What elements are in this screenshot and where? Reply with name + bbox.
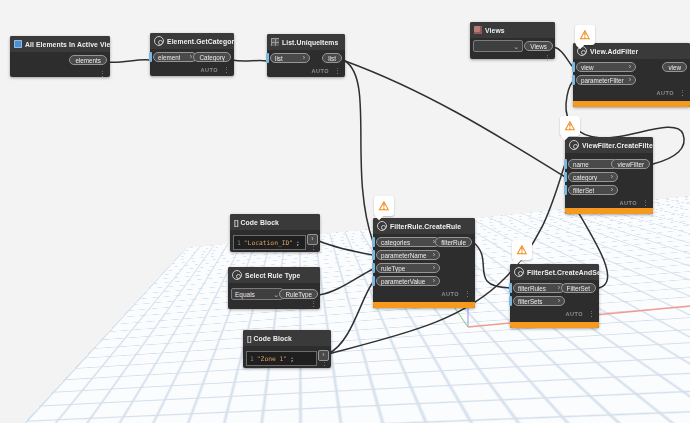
node-list-uniqueitems[interactable]: List.UniqueItems list › list AUTO⋮ [267, 34, 345, 77]
node-menu-icon[interactable]: ⋮ [310, 300, 317, 307]
wire-category-to-list[interactable] [232, 60, 267, 61]
node-menu-icon[interactable]: ⋮ [464, 290, 471, 297]
node-all-elements-in-active-view[interactable]: All Elements In Active View elements ⋮ [10, 36, 110, 77]
node-views[interactable]: Views ⌄ Views ⋮ [470, 22, 555, 59]
code-suffix: ; [290, 355, 294, 362]
chevron-right-icon: › [611, 174, 613, 180]
dynamo-canvas[interactable]: ⚠ ⚠ ⚠ ⚠ All Elements In Active View elem… [0, 0, 690, 423]
input-port-filterrules[interactable]: filterRules › [513, 283, 565, 293]
views-dropdown[interactable]: ⌄ [473, 40, 523, 52]
code-editor[interactable]: 1 "Zone 1" ; [246, 351, 317, 366]
output-port-filterset[interactable]: FilterSet [561, 283, 596, 293]
lacing-auto-label[interactable]: AUTO [312, 68, 329, 74]
rule-type-dropdown-value: Equals [235, 291, 255, 298]
wire-ruletype-to-ruletype[interactable] [319, 269, 373, 295]
output-port-view[interactable]: view [662, 62, 687, 72]
output-port-list[interactable]: list [322, 53, 342, 63]
connected-port-tab [266, 53, 269, 63]
input-port-filterset[interactable]: filterSet › [568, 185, 618, 195]
node-element-getcategory[interactable]: Element.GetCategory element › Category A… [150, 33, 234, 76]
lacing-auto-label[interactable]: AUTO [442, 291, 459, 297]
function-icon [377, 221, 387, 231]
input-port-parametername[interactable]: parameterName › [376, 250, 440, 260]
node-title: Code Block [254, 335, 292, 342]
output-port-filterrule[interactable]: filterRule [435, 237, 472, 247]
warning-state-bar [573, 101, 690, 107]
chevron-right-icon: › [303, 55, 305, 61]
views-icon [474, 26, 482, 34]
list-icon [271, 38, 279, 46]
warning-state-bar [565, 208, 653, 214]
input-port-element[interactable]: element › [153, 52, 197, 62]
chevron-down-icon: ⌄ [513, 44, 519, 49]
code-editor[interactable]: 1 "Location_ID" ; [233, 235, 306, 250]
input-port-list[interactable]: list › [270, 53, 310, 63]
node-viewfilter-createfilter[interactable]: ViewFilter.CreateFilter name › category … [565, 137, 653, 214]
connected-port-tab [372, 263, 375, 273]
wire-views-to-view[interactable] [554, 47, 572, 66]
lacing-auto-label[interactable]: AUTO [620, 200, 637, 206]
node-filterrule-createrule[interactable]: FilterRule.CreateRule categories › param… [373, 218, 475, 308]
output-port-ruletype[interactable]: RuleType [279, 289, 318, 299]
line-number: 1 [237, 239, 241, 246]
code-suffix: ; [296, 239, 300, 246]
wire-filterrule-to-filterrules[interactable] [473, 242, 510, 288]
node-menu-icon[interactable]: ⋮ [223, 66, 230, 73]
output-port-viewfilter[interactable]: viewFilter [611, 159, 650, 169]
node-menu-icon[interactable]: ⋮ [679, 89, 686, 96]
connected-port-tab [149, 52, 152, 62]
lacing-auto-label[interactable]: AUTO [566, 311, 583, 317]
node-menu-icon[interactable]: ⋮ [99, 70, 106, 77]
node-select-rule-type[interactable]: Select Rule Type Equals ⌄ RuleType ⋮ [228, 267, 320, 309]
node-title: Element.GetCategory [167, 38, 234, 45]
node-view-addfilter[interactable]: View.AddFilter view › parameterFilter › … [573, 43, 690, 107]
lacing-auto-label[interactable]: AUTO [657, 90, 674, 96]
warning-icon[interactable]: ⚠ [512, 240, 532, 260]
node-title: Code Block [241, 219, 279, 226]
node-menu-icon[interactable]: ⋮ [310, 243, 317, 250]
input-port-ruletype[interactable]: ruleType › [376, 263, 440, 273]
chevron-down-icon: ⌄ [273, 292, 279, 297]
function-icon [154, 36, 164, 46]
wire-list-to-category[interactable] [345, 61, 565, 177]
node-title: FilterRule.CreateRule [390, 223, 461, 230]
input-port-view[interactable]: view › [576, 62, 636, 72]
wire-elements-to-element[interactable] [107, 60, 150, 63]
node-menu-icon[interactable]: ⋮ [642, 199, 649, 206]
chevron-right-icon: › [433, 265, 435, 271]
chevron-right-icon: › [629, 77, 631, 83]
warning-icon[interactable]: ⚠ [560, 116, 580, 136]
connected-port-tab [564, 185, 567, 195]
wire-codeblock-to-parametername[interactable] [319, 241, 373, 255]
output-port-category[interactable]: Category [193, 52, 231, 62]
rule-type-dropdown[interactable]: Equals ⌄ [231, 288, 283, 300]
connected-port-tab [509, 283, 512, 293]
node-title: List.UniqueItems [282, 39, 338, 46]
chevron-right-icon: › [558, 285, 560, 291]
warning-icon[interactable]: ⚠ [575, 25, 595, 45]
wire-list-to-categories[interactable] [345, 61, 373, 242]
input-port-parametervalue[interactable]: parameterValue › [376, 276, 440, 286]
output-port-views[interactable]: Views [524, 41, 553, 51]
connected-port-tab [572, 62, 575, 72]
output-port-elements[interactable]: elements [69, 55, 107, 65]
function-icon [514, 267, 524, 277]
function-icon [569, 140, 579, 150]
node-filterset-createandset[interactable]: FilterSet.CreateAndSet filterRules › fil… [510, 264, 599, 328]
input-port-categories[interactable]: categories › [376, 237, 440, 247]
input-port-filtersets[interactable]: filterSets › [513, 296, 565, 306]
input-port-category[interactable]: category › [568, 172, 618, 182]
chevron-right-icon: › [190, 54, 192, 60]
node-menu-icon[interactable]: ⋮ [544, 54, 551, 61]
node-menu-icon[interactable]: ⋮ [334, 67, 341, 74]
lacing-auto-label[interactable]: AUTO [201, 67, 218, 73]
node-menu-icon[interactable]: ⋮ [588, 310, 595, 317]
node-menu-icon[interactable]: ⋮ [321, 359, 328, 366]
node-code-block-zone[interactable]: [ ] Code Block 1 "Zone 1" ; › ⋮ [243, 330, 331, 368]
input-port-parameterfilter[interactable]: parameterFilter › [576, 75, 636, 85]
warning-icon[interactable]: ⚠ [374, 196, 394, 216]
line-number: 1 [250, 355, 254, 362]
node-code-block-location[interactable]: [ ] Code Block 1 "Location_ID" ; › ⋮ [230, 214, 320, 252]
chevron-right-icon: › [433, 252, 435, 258]
node-title: All Elements In Active View [25, 41, 110, 48]
